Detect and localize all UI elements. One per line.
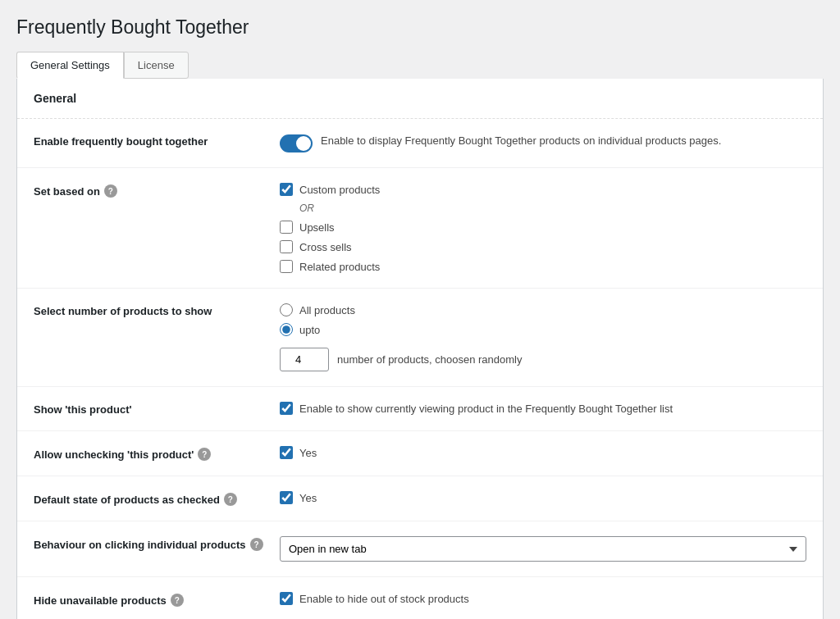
label-default-state: Default state of products as checked ? — [34, 491, 263, 506]
row-select-number: Select number of products to show All pr… — [17, 289, 823, 387]
radio-all-products-input[interactable] — [280, 303, 293, 316]
checkbox-hide-unavailable-input[interactable] — [280, 592, 293, 605]
radio-upto-input[interactable] — [280, 323, 293, 336]
number-row: number of products, choosen randomly — [280, 348, 806, 371]
row-enable-fbt: Enable frequently bought together Enable… — [17, 119, 823, 168]
checkbox-custom-products-input[interactable] — [280, 183, 293, 196]
radio-upto-label[interactable]: upto — [299, 324, 320, 336]
checkbox-show-this-product-input[interactable] — [280, 402, 293, 415]
toggle-wrapper-fbt: Enable to display Frequently Bought Toge… — [280, 134, 806, 152]
row-show-this-product: Show 'this product' Enable to show curre… — [17, 387, 823, 431]
toggle-description-fbt: Enable to display Frequently Bought Toge… — [321, 134, 721, 148]
content-select-number: All products upto number of products, ch… — [280, 303, 806, 371]
toggle-enable-fbt[interactable] — [280, 134, 313, 152]
tabs-bar: General Settings License — [16, 52, 824, 79]
info-icon-default-state[interactable]: ? — [224, 493, 237, 506]
label-hide-unavailable: Hide unavailable products ? — [34, 592, 263, 607]
row-behaviour-clicking: Behaviour on clicking individual product… — [17, 521, 823, 577]
checkbox-upsells-label[interactable]: Upsells — [299, 221, 335, 234]
label-enable-fbt: Enable frequently bought together — [34, 134, 263, 148]
checkbox-default-state-input[interactable] — [280, 491, 293, 504]
radio-all-products-label[interactable]: All products — [299, 304, 355, 316]
radio-all-products: All products — [280, 303, 806, 316]
section-header: General — [17, 79, 823, 119]
number-label: number of products, choosen randomly — [337, 353, 522, 366]
checkbox-upsells: Upsells — [280, 221, 806, 234]
info-icon-set-based-on[interactable]: ? — [104, 184, 117, 198]
row-hide-unavailable: Hide unavailable products ? Enable to hi… — [17, 577, 823, 619]
checkbox-hide-unavailable-label[interactable]: Enable to hide out of stock products — [299, 593, 469, 605]
tab-license[interactable]: License — [124, 52, 189, 79]
tab-general-settings[interactable]: General Settings — [16, 52, 124, 79]
checkbox-cross-sells: Cross sells — [280, 240, 806, 253]
checkbox-cross-sells-label[interactable]: Cross sells — [299, 241, 352, 253]
label-allow-unchecking: Allow unchecking 'this product' ? — [34, 446, 263, 461]
label-show-this-product: Show 'this product' — [34, 402, 263, 416]
radio-upto: upto — [280, 323, 806, 336]
settings-panel: General Enable frequently bought togethe… — [16, 79, 824, 619]
checkbox-custom-products: Custom products — [280, 183, 806, 196]
checkbox-hide-unavailable: Enable to hide out of stock products — [280, 592, 806, 605]
checkbox-show-this-product-label[interactable]: Enable to show currently viewing product… — [299, 403, 673, 415]
info-icon-allow-unchecking[interactable]: ? — [198, 448, 211, 461]
checkbox-allow-unchecking: Yes — [280, 446, 806, 459]
content-hide-unavailable: Enable to hide out of stock products — [280, 592, 806, 605]
content-set-based-on: Custom products OR Upsells Cross sells R… — [280, 183, 806, 273]
checkbox-default-state-label[interactable]: Yes — [299, 492, 317, 504]
dropdown-behaviour[interactable]: Open in new tab Open in same tab — [280, 536, 806, 562]
content-default-state: Yes — [280, 491, 806, 504]
checkbox-related-products-input[interactable] — [280, 260, 293, 273]
checkbox-show-this-product: Enable to show currently viewing product… — [280, 402, 806, 415]
content-show-this-product: Enable to show currently viewing product… — [280, 402, 806, 415]
checkbox-cross-sells-input[interactable] — [280, 240, 293, 253]
row-allow-unchecking: Allow unchecking 'this product' ? Yes — [17, 431, 823, 476]
label-behaviour-clicking: Behaviour on clicking individual product… — [34, 536, 263, 551]
or-separator: OR — [299, 203, 806, 214]
row-set-based-on: Set based on ? Custom products OR Upsell… — [17, 168, 823, 289]
info-icon-behaviour[interactable]: ? — [250, 538, 263, 551]
checkbox-related-products-label[interactable]: Related products — [299, 261, 380, 273]
content-enable-fbt: Enable to display Frequently Bought Toge… — [280, 134, 806, 152]
checkbox-upsells-input[interactable] — [280, 221, 293, 234]
number-input-products[interactable] — [280, 348, 329, 371]
row-default-state: Default state of products as checked ? Y… — [17, 476, 823, 521]
content-behaviour-clicking: Open in new tab Open in same tab — [280, 536, 806, 562]
content-allow-unchecking: Yes — [280, 446, 806, 459]
label-set-based-on: Set based on ? — [34, 183, 263, 198]
checkbox-custom-products-label[interactable]: Custom products — [299, 184, 380, 196]
page-title: Frequently Bought Together — [16, 16, 824, 39]
page-wrapper: Frequently Bought Together General Setti… — [0, 0, 840, 619]
info-icon-hide-unavailable[interactable]: ? — [171, 594, 184, 607]
label-select-number: Select number of products to show — [34, 303, 263, 317]
checkbox-allow-unchecking-label[interactable]: Yes — [299, 447, 317, 459]
checkbox-allow-unchecking-input[interactable] — [280, 446, 293, 459]
checkbox-related-products: Related products — [280, 260, 806, 273]
checkbox-default-state: Yes — [280, 491, 806, 504]
